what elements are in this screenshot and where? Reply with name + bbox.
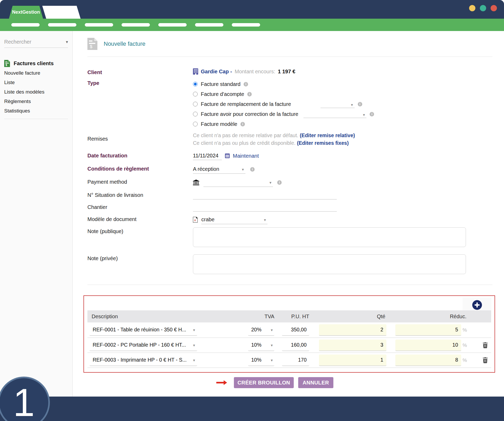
info-icon[interactable]: i — [358, 102, 362, 106]
note-privee-textarea[interactable] — [193, 254, 466, 274]
invoice-lines-table: Description TVA P.U. HT Qté Réduc. REF-0… — [87, 310, 491, 368]
tva-select[interactable]: 20% ▾ — [248, 324, 274, 336]
reduc-input[interactable]: 5 — [395, 324, 461, 336]
qte-input[interactable]: 1 — [319, 355, 386, 366]
avoir-select[interactable]: ▾ — [303, 110, 366, 118]
tva-select[interactable]: 10% ▾ — [248, 340, 274, 351]
main-navbar — [0, 19, 504, 31]
qte-input[interactable]: 2 — [319, 324, 386, 336]
trash-icon[interactable] — [482, 342, 488, 348]
nav-pill[interactable] — [158, 23, 187, 27]
description-select[interactable]: REF-0002 - PC Portable HP - 160 € HT... … — [90, 340, 197, 351]
chantier-input[interactable] — [193, 203, 337, 212]
client-link[interactable]: Gardie Cap - — [201, 69, 232, 75]
nav-pill[interactable] — [232, 23, 260, 27]
building-icon — [193, 68, 198, 75]
nav-pill[interactable] — [195, 23, 223, 27]
editer-remises-fixes-link[interactable]: (Editer remises fixes) — [297, 140, 349, 146]
trash-icon[interactable] — [482, 357, 488, 363]
sidebar-item-liste-des-modeles[interactable]: Liste des modèles — [0, 87, 72, 97]
nav-pill[interactable] — [85, 23, 113, 27]
reduc-input[interactable]: 10 — [395, 340, 461, 351]
sidebar-section-factures-clients[interactable]: $ Factures clients — [0, 58, 72, 68]
conditions-label: Conditions de règlement — [87, 165, 193, 172]
search-placeholder: Rechercher — [4, 39, 31, 45]
svg-text:A: A — [194, 219, 196, 222]
table-header-row: Description TVA P.U. HT Qté Réduc. — [87, 310, 491, 322]
pu-ht-input[interactable]: 350,00 — [282, 324, 309, 336]
chevron-down-icon: ▾ — [193, 328, 195, 332]
modele-select[interactable]: crabe ▾ — [201, 215, 267, 224]
description-select[interactable]: REF-0003 - Imprimante HP - 0 € HT - S...… — [90, 355, 197, 366]
col-qte: Qté — [309, 314, 386, 320]
nav-pill[interactable] — [48, 23, 76, 27]
reduc-input[interactable]: 8 — [395, 355, 461, 366]
date-input[interactable] — [193, 152, 222, 160]
col-pu-ht: P.U. HT — [274, 314, 309, 320]
client-label: Client — [87, 68, 193, 75]
sidebar-item-statistiques[interactable]: Statistiques — [0, 106, 72, 116]
info-icon[interactable]: i — [277, 180, 282, 185]
pdf-icon: A — [193, 217, 198, 223]
annuler-button[interactable]: ANNULER — [298, 377, 333, 388]
description-select[interactable]: REF-0001 - Table de réuinion - 350 € H..… — [90, 324, 197, 336]
search-select[interactable]: Rechercher ▾ — [4, 39, 68, 48]
chevron-down-icon: ▾ — [351, 103, 353, 107]
sidebar-item-nouvelle-facture[interactable]: Nouvelle facture — [0, 68, 72, 78]
minimize-dot[interactable] — [469, 5, 475, 11]
modele-label: Modèle de document — [87, 215, 193, 222]
info-icon[interactable]: i — [244, 82, 248, 86]
calendar-icon[interactable] — [225, 153, 230, 158]
chevron-down-icon: ▾ — [242, 167, 244, 171]
add-line-button[interactable] — [472, 300, 482, 310]
tva-select[interactable]: 10% ▾ — [248, 355, 274, 366]
footer-bar — [0, 397, 504, 421]
close-dot[interactable] — [491, 5, 497, 11]
info-icon[interactable]: i — [370, 112, 374, 116]
payment-method-select[interactable]: ▾ — [203, 178, 273, 187]
col-tva: TVA — [248, 314, 274, 320]
info-icon[interactable]: i — [250, 167, 255, 172]
chevron-down-icon: ▾ — [271, 358, 273, 362]
maintenant-link[interactable]: Maintenant — [233, 153, 259, 159]
qte-input[interactable]: 3 — [319, 340, 386, 351]
creer-brouillon-button[interactable]: CRÉER BROUILLON — [234, 377, 294, 388]
radio-facture-remplacement[interactable] — [193, 102, 198, 106]
radio-facture-modele[interactable] — [193, 122, 198, 126]
pu-ht-input[interactable]: 160,00 — [282, 340, 309, 351]
sidebar-item-reglements[interactable]: Règlements — [0, 97, 72, 106]
nav-pill[interactable] — [122, 23, 150, 27]
radio-facture-avoir[interactable] — [193, 112, 198, 116]
nav-pill[interactable] — [11, 23, 40, 27]
col-description: Description — [87, 314, 248, 320]
radio-facture-acompte[interactable] — [193, 92, 198, 96]
pu-ht-input[interactable]: 170 — [282, 355, 309, 366]
remplacement-select[interactable]: ▾ — [321, 100, 355, 108]
inactive-tab[interactable] — [42, 6, 81, 19]
col-reduc: Réduc. — [386, 314, 467, 320]
radio-facture-standard[interactable] — [193, 82, 198, 86]
note-publique-textarea[interactable] — [193, 227, 466, 247]
svg-text:$: $ — [6, 63, 7, 66]
annotation-arrow — [216, 380, 227, 386]
page-header: $ Nouvelle facture — [87, 38, 504, 50]
chantier-label: Chantier — [87, 203, 193, 210]
sidebar-item-liste[interactable]: Liste — [0, 78, 72, 87]
chevron-down-icon: ▾ — [269, 181, 271, 184]
editer-remise-relative-link[interactable]: (Editer remise relative) — [300, 132, 355, 138]
window-titlebar: NextGestion — [0, 0, 504, 19]
maximize-dot[interactable] — [480, 5, 486, 11]
brand-tab[interactable]: NextGestion — [9, 6, 43, 19]
conditions-select[interactable]: A réception ▾ — [193, 165, 245, 174]
page-title: Nouvelle facture — [104, 40, 145, 47]
window-controls — [469, 5, 497, 11]
info-icon[interactable]: i — [247, 92, 252, 96]
table-row: REF-0001 - Table de réuinion - 350 € H..… — [87, 322, 491, 337]
invoice-page-icon: $ — [87, 38, 97, 50]
invoice-form: Client Gardie Cap - Montant encours: 1 1… — [87, 68, 504, 274]
remises-info: Ce client n'a pas de remise relative par… — [193, 132, 355, 147]
section-divider — [87, 285, 492, 285]
info-icon[interactable]: i — [240, 122, 245, 126]
sidebar-divider — [4, 119, 68, 119]
situation-input[interactable] — [193, 191, 337, 199]
